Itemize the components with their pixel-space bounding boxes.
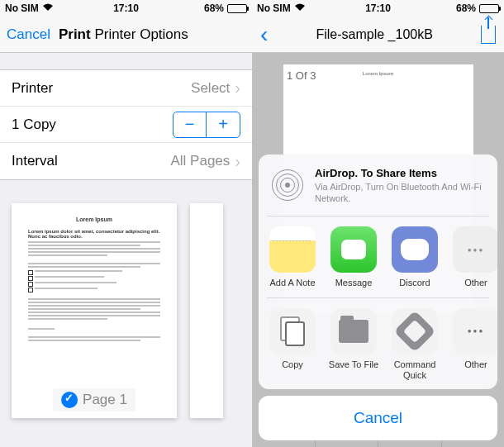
app-other[interactable]: ●●● Other <box>445 226 497 288</box>
page-number: Page 1 <box>83 392 127 408</box>
cancel-button[interactable]: Cancel <box>7 26 50 43</box>
app-notes[interactable]: Add A Note <box>262 226 323 288</box>
navbar: Cancel Print Printer Options <box>0 17 252 53</box>
printer-value: Select <box>191 80 230 97</box>
action-save-to-file[interactable]: Save To File <box>323 308 384 381</box>
airdrop-icon <box>272 166 303 204</box>
battery-icon <box>227 4 247 13</box>
share-apps-row[interactable]: Add A Note Message Discord ●●● Other <box>259 216 497 297</box>
carrier-label: No SIM <box>257 2 291 14</box>
more-icon: ●●● <box>453 226 497 273</box>
interval-row[interactable]: Interval All Pages › <box>0 143 252 179</box>
share-icon[interactable] <box>481 26 496 44</box>
copies-label: 1 Copy <box>12 117 173 133</box>
chevron-right-icon: › <box>235 78 240 97</box>
print-preview: Lorem Ipsum Lorem ipsum dolor sit amet, … <box>0 180 252 441</box>
action-command-quick[interactable]: Command Quick <box>384 308 445 381</box>
battery-icon <box>479 4 499 13</box>
battery-percent: 68% <box>204 2 224 14</box>
interval-label: Interval <box>12 153 171 169</box>
folder-icon <box>330 308 377 354</box>
app-message[interactable]: Message <box>323 226 384 288</box>
action-copy[interactable]: Copy <box>262 308 323 381</box>
cancel-button[interactable]: Cancel <box>259 396 497 440</box>
copies-row: 1 Copy − + <box>0 107 252 143</box>
check-icon <box>61 392 78 408</box>
discord-icon <box>392 226 438 273</box>
navbar: ‹ File-sample _100kB <box>252 17 504 53</box>
share-sheet: AirDrop. To Share Items Via AirDrop, Tur… <box>259 155 497 440</box>
print-settings: Printer Select › 1 Copy − + Interval All… <box>0 69 252 180</box>
doc-title: Lorem Ipsum <box>290 71 467 76</box>
status-bar: No SIM 17:10 68% <box>0 0 252 17</box>
printer-label: Printer <box>12 80 191 97</box>
preview-page-1[interactable]: Lorem Ipsum Lorem ipsum dolor sit amet, … <box>12 203 177 418</box>
airdrop-title: AirDrop. To Share Items <box>315 167 484 179</box>
nav-title: File-sample _100kB <box>268 27 481 42</box>
nav-subtitle: Printer Options <box>94 26 188 42</box>
airdrop-desc: Via AirDrop, Turn On Bluetooth And Wi-Fi… <box>315 181 484 205</box>
preview-page-2[interactable] <box>190 203 223 418</box>
more-icon: ●●● <box>453 308 497 354</box>
nav-title: Print <box>59 26 91 42</box>
print-options-screen: No SIM 17:10 68% Cancel Print Printer Op… <box>0 0 252 447</box>
message-icon <box>330 226 377 273</box>
page-indicator: 1 Of 3 <box>287 69 316 82</box>
page-badge: Page 1 <box>53 388 136 411</box>
action-other[interactable]: ●●● Other <box>445 308 497 381</box>
notes-icon <box>269 226 316 273</box>
share-screen: No SIM 17:10 68% ‹ File-sample _100kB 1 … <box>252 0 504 447</box>
interval-value: All Pages <box>171 153 231 169</box>
back-button[interactable]: ‹ <box>260 23 268 46</box>
carrier-label: No SIM <box>5 2 39 14</box>
airdrop-section[interactable]: AirDrop. To Share Items Via AirDrop, Tur… <box>259 155 497 216</box>
battery-percent: 68% <box>456 2 476 14</box>
status-time: 17:10 <box>365 2 391 14</box>
stepper-minus[interactable]: − <box>174 112 207 137</box>
wifi-icon <box>42 2 54 14</box>
app-discord[interactable]: Discord <box>384 226 445 288</box>
copies-stepper[interactable]: − + <box>173 112 240 138</box>
printer-row[interactable]: Printer Select › <box>0 70 252 107</box>
status-time: 17:10 <box>113 2 139 14</box>
chevron-right-icon: › <box>235 152 240 171</box>
doc-heading: Lorem ipsum dolor sit amet, consectetur … <box>28 229 160 239</box>
doc-title: Lorem Ipsum <box>28 216 160 222</box>
status-bar: No SIM 17:10 68% <box>252 0 504 17</box>
stepper-plus[interactable]: + <box>207 112 240 137</box>
shortcut-icon <box>392 308 438 354</box>
share-actions-row[interactable]: Copy Save To File Command Quick ●●● Othe… <box>259 298 497 389</box>
copy-icon <box>269 308 316 354</box>
wifi-icon <box>294 2 306 14</box>
